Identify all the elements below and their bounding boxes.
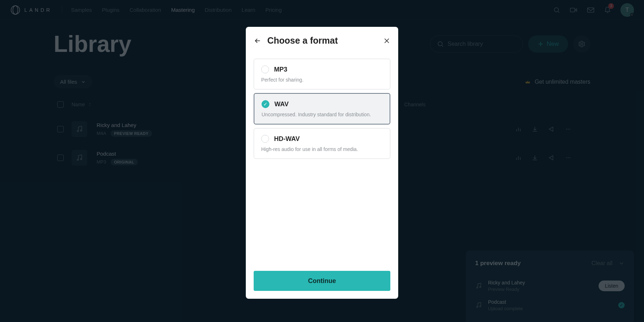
arrow-left-icon <box>254 37 262 45</box>
continue-label: Continue <box>308 277 336 285</box>
format-desc: High-res audio for use in all forms of m… <box>261 146 383 152</box>
close-icon <box>383 37 390 44</box>
format-title: MP3 <box>274 66 287 73</box>
radio-checked-icon: ✓ <box>262 100 269 108</box>
format-option-wav[interactable]: ✓ WAV Uncompressed. Industry standard fo… <box>254 93 390 125</box>
format-desc: Uncompressed. Industry standard for dist… <box>262 112 382 117</box>
close-button[interactable] <box>383 37 390 44</box>
format-modal: Choose a format MP3 Perfect for sharing.… <box>246 27 398 299</box>
format-option-mp3[interactable]: MP3 Perfect for sharing. <box>254 59 390 89</box>
format-title: HD-WAV <box>274 135 300 143</box>
format-option-hdwav[interactable]: HD-WAV High-res audio for use in all for… <box>254 128 390 159</box>
format-title: WAV <box>274 101 289 108</box>
modal-overlay[interactable]: Choose a format MP3 Perfect for sharing.… <box>0 0 644 322</box>
radio-unchecked-icon <box>261 135 269 143</box>
radio-unchecked-icon <box>261 65 269 73</box>
modal-title: Choose a format <box>267 35 338 46</box>
format-desc: Perfect for sharing. <box>261 77 383 83</box>
continue-button[interactable]: Continue <box>254 271 390 291</box>
back-button[interactable] <box>254 37 262 45</box>
